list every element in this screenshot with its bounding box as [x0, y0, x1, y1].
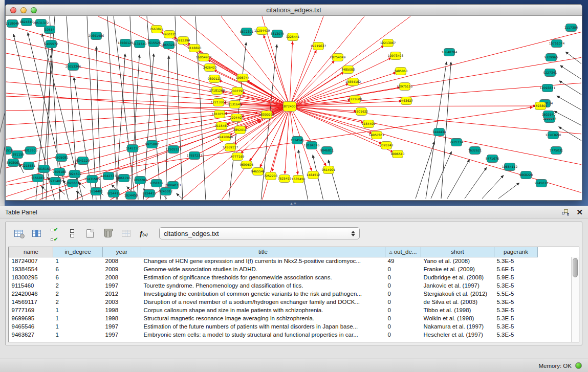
graph-edge[interactable]	[290, 16, 364, 106]
column-header-short[interactable]: short	[421, 247, 494, 257]
cell[interactable]: 9699695	[9, 314, 53, 322]
cell[interactable]: 5.3E-5	[494, 322, 538, 331]
cell[interactable]: 0	[385, 331, 421, 339]
graph-edge[interactable]	[416, 142, 434, 199]
cell[interactable]: 1	[53, 306, 103, 314]
cell[interactable]: 1	[53, 257, 103, 265]
graph-edge[interactable]	[557, 96, 581, 111]
graph-edge[interactable]	[290, 73, 396, 106]
cell[interactable]: 18300295	[9, 273, 53, 281]
memory-status-indicator[interactable]	[575, 362, 582, 369]
cell[interactable]: 9463627	[9, 331, 53, 339]
column-header-title[interactable]: title	[141, 247, 385, 257]
graph-edge[interactable]	[498, 183, 519, 199]
show-column-icon[interactable]	[30, 227, 43, 240]
graph-edge[interactable]	[290, 106, 536, 106]
cell[interactable]: 6	[53, 265, 103, 273]
table-row[interactable]: 911546021997Tourette syndrome. Phenomeno…	[9, 281, 573, 290]
cell[interactable]: 6	[53, 273, 103, 281]
cell[interactable]: Tibbo et al. (1998)	[421, 306, 494, 314]
cell[interactable]: 1	[53, 322, 103, 331]
column-header-out_de[interactable]: △out_de...	[385, 247, 421, 257]
cell[interactable]: Structural magnetic resonance image aver…	[141, 314, 385, 322]
cell[interactable]: Estimation of the future numbers of pati…	[141, 322, 385, 331]
cell[interactable]: 5.3E-5	[494, 331, 538, 339]
cell[interactable]: Corpus callosum shape and size in male p…	[141, 306, 385, 314]
cell[interactable]: 2008	[103, 273, 141, 281]
network-canvas[interactable]: 9118049882481020531372105549405572206914…	[6, 16, 581, 200]
cell[interactable]: Investigating the contribution of common…	[141, 290, 385, 298]
delete-table-icon[interactable]	[101, 227, 115, 240]
table-row[interactable]: 1872400712008Changes of HCN gene express…	[9, 257, 573, 265]
cell[interactable]: 0	[385, 290, 421, 298]
graph-edge[interactable]	[447, 160, 470, 199]
cell[interactable]: 0	[385, 298, 421, 306]
cell[interactable]: 2012	[103, 290, 141, 298]
graph-edge[interactable]	[262, 106, 290, 200]
graph-edge[interactable]	[285, 106, 290, 174]
float-panel-icon[interactable]	[562, 209, 569, 215]
cell[interactable]: de Silva et al. (2003)	[421, 298, 494, 306]
window-titlebar[interactable]: citations_edges.txt	[6, 5, 582, 16]
cell[interactable]: Stergiakouli et al. (2012)	[421, 290, 494, 298]
new-table-icon[interactable]	[83, 227, 97, 240]
cell[interactable]: 1998	[103, 314, 141, 322]
cell[interactable]: 1997	[103, 331, 141, 339]
cell[interactable]: 22420046	[9, 290, 53, 298]
close-panel-icon[interactable]: ✕	[576, 209, 583, 216]
cell[interactable]: Changes of HCN gene expression and I(f) …	[141, 257, 385, 265]
cell[interactable]: 0	[385, 322, 421, 331]
cell[interactable]: 2008	[103, 257, 141, 265]
modify-table-icon[interactable]	[12, 227, 25, 240]
cell[interactable]: 0	[385, 265, 421, 273]
cell[interactable]: Tourette syndrome. Phenomenology and cla…	[141, 281, 385, 290]
cell[interactable]: Estimation of significance thresholds fo…	[141, 273, 385, 281]
cell[interactable]: Wolkin et al. (1998)	[421, 314, 494, 322]
cell[interactable]: Hescheler et al. (1997)	[421, 331, 494, 339]
cell[interactable]: 5.3E-5	[494, 281, 538, 290]
column-header-in_degree[interactable]: in_degree	[53, 247, 103, 257]
split-pane-grip[interactable]: ▲▼	[290, 202, 294, 205]
table-row[interactable]: 1938455462009Genome-wide association stu…	[9, 265, 573, 273]
cell[interactable]: 2003	[103, 298, 141, 306]
graph-edge[interactable]	[482, 176, 504, 199]
cell[interactable]: Yano et al. (2008)	[421, 257, 494, 265]
cell[interactable]: 1	[53, 314, 103, 322]
cell[interactable]: 5.3E-5	[494, 298, 538, 306]
graph-edge[interactable]	[431, 151, 451, 199]
row-height-icon[interactable]	[66, 227, 79, 240]
cell[interactable]: Franke et al. (2009)	[421, 265, 494, 273]
cell[interactable]: 1	[53, 331, 103, 339]
table-row[interactable]: 2242004622012Investigating the contribut…	[9, 290, 573, 298]
graph-edge[interactable]	[559, 81, 581, 95]
table-row[interactable]: 1456911722003Disruption of a novel membe…	[9, 298, 573, 306]
cell[interactable]: 5.6E-5	[494, 265, 538, 273]
cell[interactable]: 14569117	[9, 298, 53, 306]
column-header-name[interactable]: name	[9, 247, 53, 257]
graph-edge[interactable]	[559, 127, 581, 141]
cell[interactable]: 0	[385, 314, 421, 322]
cell[interactable]: Disruption of a novel member of a sodium…	[141, 298, 385, 306]
column-header-year[interactable]: year	[103, 247, 141, 257]
cell[interactable]: 5.3E-5	[494, 257, 538, 265]
select-rows-icon[interactable]: ✔ ✔	[48, 227, 61, 240]
cell[interactable]: 2	[53, 298, 103, 306]
table-row[interactable]: 969969511998Structural magnetic resonanc…	[9, 314, 573, 322]
table-row[interactable]: 1830029562008Estimation of significance …	[9, 273, 573, 281]
cell[interactable]: 5.3E-5	[494, 306, 538, 314]
cell[interactable]: 2	[53, 281, 103, 290]
cell[interactable]: 9115460	[9, 281, 53, 290]
cell[interactable]: Jankovic et al. (1997)	[421, 281, 494, 290]
table-vertical-scrollbar[interactable]	[571, 257, 579, 342]
graph-edge[interactable]	[565, 52, 581, 64]
graph-edge[interactable]	[465, 167, 487, 199]
table-row[interactable]: 977716911998Corpus callosum shape and si…	[9, 306, 573, 314]
cell[interactable]: 19384554	[9, 265, 53, 273]
table-row[interactable]: 946362711997Embryonic stem cells: a mode…	[9, 331, 573, 339]
cell[interactable]: 1997	[103, 281, 141, 290]
graph-edge[interactable]	[290, 41, 293, 106]
table-row[interactable]: 946554611997Estimation of the future num…	[9, 322, 573, 331]
cell[interactable]: 2009	[103, 265, 141, 273]
graph-edge[interactable]	[290, 32, 581, 106]
graph-edge[interactable]	[290, 16, 410, 106]
